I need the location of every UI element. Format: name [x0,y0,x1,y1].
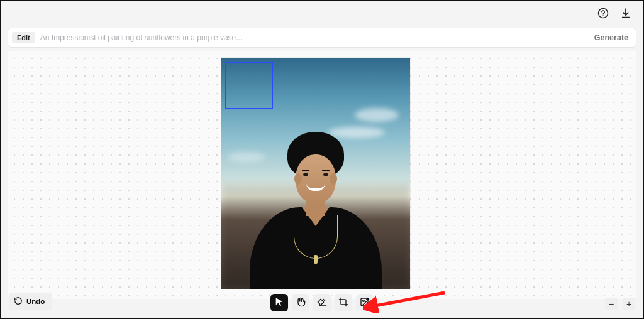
undo-label: Undo [26,298,45,305]
image-plus-icon [360,297,370,309]
eraser-tool[interactable] [313,294,331,311]
help-circle-icon [597,8,609,21]
undo-button[interactable]: Undo [9,293,52,310]
hand-tool[interactable] [292,294,309,311]
toolbar [270,294,374,311]
image-add-tool[interactable] [356,294,374,311]
svg-point-3 [363,300,365,301]
hand-icon [296,297,306,309]
prompt-input[interactable] [40,33,586,42]
canvas-area[interactable] [8,51,636,299]
cursor-tool[interactable] [270,294,288,311]
svg-point-0 [599,9,608,18]
zoom-out-button[interactable]: − [605,298,618,310]
cursor-icon [274,297,284,309]
undo-icon [14,296,23,306]
mode-chip[interactable]: Edit [12,32,35,43]
svg-point-1 [602,15,603,16]
zoom-controls: − + [605,298,635,310]
crop-tool[interactable] [335,294,352,311]
crop-icon [338,297,348,309]
help-button[interactable] [597,8,609,21]
download-icon [620,8,631,21]
download-button[interactable] [620,8,631,21]
zoom-in-button[interactable]: + [623,298,635,310]
prompt-bar: Edit Generate [8,28,636,48]
generate-button[interactable]: Generate [591,31,632,45]
selection-rectangle[interactable] [225,62,273,109]
eraser-icon [317,297,327,309]
canvas-image[interactable] [221,58,410,289]
